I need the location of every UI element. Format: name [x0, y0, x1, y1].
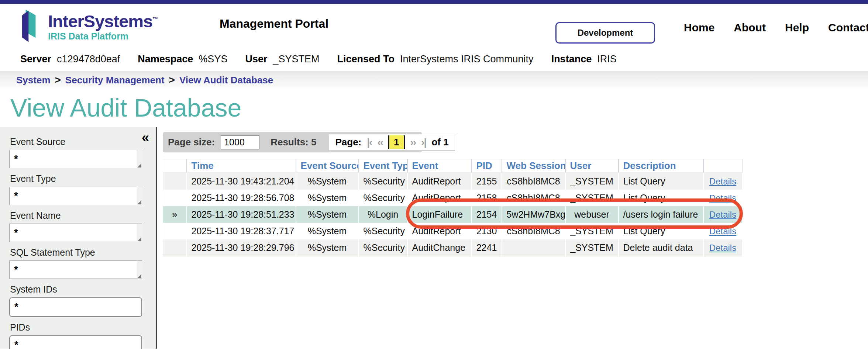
breadcrumb-separator: >: [169, 74, 175, 86]
table-row[interactable]: »2025-11-30 19:28:51.233%System%LoginLog…: [163, 206, 743, 223]
cell-user: _SYSTEM: [565, 223, 619, 239]
event-name-input[interactable]: [10, 224, 142, 242]
audit-table-body: 2025-11-30 19:43:21.204%System%SecurityA…: [163, 173, 743, 256]
cell-indicator: [163, 190, 187, 206]
nav-link-contact[interactable]: Contact: [828, 21, 868, 34]
cell-description: Delete audit data: [619, 239, 703, 256]
collapse-sidebar-icon[interactable]: «: [142, 130, 149, 145]
filter-fields: Event SourceEvent TypeEvent NameSQL Stat…: [9, 137, 156, 349]
details-link[interactable]: Details: [709, 210, 736, 220]
cell-event-type: %Login: [359, 206, 407, 223]
details-link[interactable]: Details: [709, 176, 736, 186]
cell-details: Details: [703, 190, 743, 206]
cell-event-source: %System: [296, 190, 359, 206]
event-source-input[interactable]: [10, 150, 142, 168]
breadcrumb-link-system[interactable]: System: [16, 75, 51, 86]
environment-button[interactable]: Development: [555, 22, 655, 44]
column-header-web-session[interactable]: Web Session: [502, 159, 565, 173]
table-row[interactable]: 2025-11-30 19:28:56.708%System%SecurityA…: [163, 190, 743, 206]
nav-link-home[interactable]: Home: [684, 21, 714, 34]
app-header: InterSystems™ IRIS Data Platform Managem…: [0, 4, 868, 47]
audit-table-wrap: TimeEvent SourceEvent TypeEventPIDWeb Se…: [163, 159, 742, 256]
column-header-user[interactable]: User: [565, 159, 619, 173]
cell-time: 2025-11-30 19:43:21.204: [187, 173, 296, 190]
brand-name: InterSystems™: [48, 10, 158, 31]
cell-web-session: cS8hbI8MC8: [502, 223, 565, 239]
cell-description: /users login failure: [619, 206, 703, 223]
cell-event-source: %System: [296, 206, 359, 223]
resize-grip-icon[interactable]: [137, 237, 141, 241]
cell-user: _SYSTEM: [565, 173, 619, 190]
resize-grip-icon[interactable]: [137, 274, 141, 278]
breadcrumb-link-view-audit-database[interactable]: View Audit Database: [179, 75, 273, 86]
prev-page-button[interactable]: ‹‹: [377, 137, 383, 148]
column-header-event-source[interactable]: Event Source: [296, 159, 359, 173]
cell-event-type: %Security: [359, 223, 407, 239]
cell-indicator: [163, 239, 187, 256]
cell-details: Details: [703, 223, 743, 239]
page-total: of 1: [431, 137, 448, 148]
table-row[interactable]: 2025-11-30 19:28:37.717%System%SecurityA…: [163, 223, 743, 239]
trademark-symbol: ™: [152, 16, 158, 22]
cell-time: 2025-11-30 19:28:51.233: [187, 206, 296, 223]
column-header-time[interactable]: Time: [187, 159, 296, 173]
cell-time: 2025-11-30 19:28:37.717: [187, 223, 296, 239]
cell-event: AuditReport: [407, 173, 472, 190]
cell-pid: 2241: [472, 239, 502, 256]
cell-time: 2025-11-30 19:28:56.708: [187, 190, 296, 206]
cell-time: 2025-11-30 19:28:29.796: [187, 239, 296, 256]
audit-table: TimeEvent SourceEvent TypeEventPIDWeb Se…: [163, 159, 743, 256]
cell-web-session: cS8hbI8MC8: [502, 173, 565, 190]
portal-title: Management Portal: [220, 17, 328, 31]
details-link[interactable]: Details: [709, 243, 736, 253]
intersystems-logo: InterSystems™ IRIS Data Platform: [19, 9, 158, 43]
column-header-event[interactable]: Event: [407, 159, 472, 173]
pager: Page: |‹ ‹‹ 1 ›› ›| of 1: [329, 134, 455, 151]
breadcrumb-link-security-management[interactable]: Security Management: [65, 75, 165, 86]
details-link[interactable]: Details: [709, 226, 736, 236]
cell-user: webuser: [565, 206, 619, 223]
main-panel: Page size: Results: 5 Page: |‹ ‹‹ 1 ›› ›…: [157, 127, 868, 349]
sql-statement-type-label: SQL Statement Type: [10, 247, 156, 258]
intersystems-logo-icon: [19, 9, 43, 43]
column-header-pid[interactable]: PID: [472, 159, 502, 173]
column-header-empty-9: [703, 159, 743, 173]
server-info-server: Serverc129478d0eaf: [20, 53, 120, 65]
system-ids-label: System IDs: [10, 284, 156, 295]
cell-pid: 2154: [472, 206, 502, 223]
nav-link-about[interactable]: About: [734, 21, 766, 34]
results-count: Results: 5: [271, 137, 316, 148]
nav-link-help[interactable]: Help: [785, 21, 809, 34]
sql-statement-type-input[interactable]: [10, 261, 142, 279]
top-nav: HomeAboutHelpContact: [684, 21, 868, 34]
event-type-label: Event Type: [10, 173, 156, 184]
resize-grip-icon[interactable]: [137, 200, 141, 204]
cell-pid: 2155: [472, 173, 502, 190]
table-row[interactable]: 2025-11-30 19:43:21.204%System%SecurityA…: [163, 173, 743, 190]
page-size-input[interactable]: [221, 135, 259, 149]
cell-details: Details: [703, 239, 743, 256]
server-info-user: User_SYSTEM: [245, 53, 319, 65]
page-title: View Audit Database: [0, 89, 868, 127]
cell-event-source: %System: [296, 173, 359, 190]
cell-event-type: %Security: [359, 173, 407, 190]
next-page-button[interactable]: ››: [410, 137, 416, 148]
event-type-input[interactable]: [10, 187, 142, 205]
cell-description: List Query: [619, 223, 703, 239]
pids-label: PIDs: [10, 322, 156, 333]
server-info-bar: Serverc129478d0eafNamespace%SYSUser_SYST…: [0, 47, 868, 72]
system-ids-input[interactable]: [9, 297, 142, 317]
table-row[interactable]: 2025-11-30 19:28:29.796%System%SecurityA…: [163, 239, 743, 256]
pids-input[interactable]: [9, 335, 142, 349]
resize-grip-icon[interactable]: [137, 163, 141, 167]
cell-event: AuditReport: [407, 223, 472, 239]
column-header-empty-0: [163, 159, 187, 173]
details-link[interactable]: Details: [709, 193, 736, 203]
cell-web-session: [502, 239, 565, 256]
cell-event: LoginFailure: [407, 206, 472, 223]
first-page-button[interactable]: |‹: [367, 137, 372, 148]
column-header-event-type[interactable]: Event Type: [359, 159, 407, 173]
last-page-button[interactable]: ›|: [421, 137, 426, 148]
event-source-label: Event Source: [10, 137, 156, 147]
column-header-description[interactable]: Description: [619, 159, 703, 173]
